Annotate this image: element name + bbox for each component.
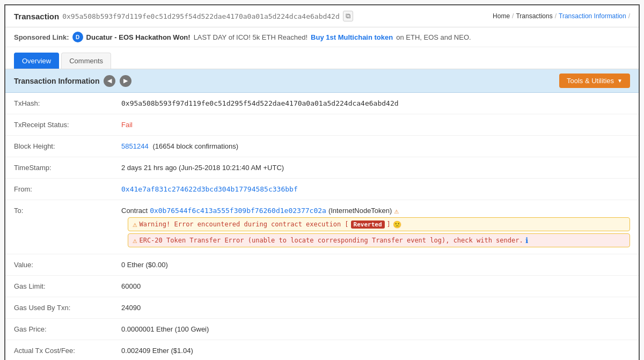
label-txcost: Actual Tx Cost/Fee: — [5, 340, 113, 361]
copy-icon[interactable]: ⧉ — [343, 11, 353, 21]
label-value: Value: — [5, 254, 113, 276]
warn-icon-2: ⚠ — [133, 236, 137, 245]
row-txreceipt: TxReceipt Status: Fail — [5, 114, 639, 136]
value-txcost: 0.002409 Ether ($1.04) — [113, 340, 639, 361]
erc20-error-box: ⚠ ERC-20 Token Transfer Error (unable to… — [128, 233, 630, 247]
contract-label: Contract — [121, 207, 148, 215]
row-from: From: 0x41e7af831c274622d3bcd304b1779458… — [5, 179, 639, 200]
row-gasused: Gas Used By Txn: 24090 — [5, 297, 639, 319]
row-value: Value: 0 Ether ($0.00) — [5, 254, 639, 276]
txhash-value: 0x95a508b593f97d119fe0c51d295f54d522dae4… — [121, 99, 399, 107]
sponsored-bold: Ducatur - EOS Hackathon Won! — [86, 33, 191, 41]
value-gasused: 24090 — [113, 297, 639, 319]
status-fail: Fail — [121, 121, 133, 129]
sponsored-label: Sponsored Link: — [14, 33, 69, 41]
value-gaslimit: 60000 — [113, 276, 639, 297]
main-content: TxHash: 0x95a508b593f97d119fe0c51d295f54… — [5, 93, 639, 360]
transaction-info-table: TxHash: 0x95a508b593f97d119fe0c51d295f54… — [5, 93, 639, 360]
label-timestamp: TimeStamp: — [5, 157, 113, 179]
row-gaslimit: Gas Limit: 60000 — [5, 276, 639, 297]
reverted-badge: Reverted — [351, 221, 385, 229]
info-icon[interactable]: ℹ — [525, 236, 528, 245]
contract-name: (InternetNodeToken) — [328, 207, 392, 215]
sponsored-suffix: on ETH, EOS and NEO. — [396, 33, 471, 41]
warning-indent: ⚠ Warning! Error encountered during cont… — [121, 217, 630, 247]
breadcrumb: Home / Transactions / Transaction Inform… — [493, 12, 630, 20]
value-blockheight: 5851244 (16654 block confirmations) — [113, 136, 639, 157]
sponsored-link[interactable]: Buy 1st Multichain token — [311, 33, 393, 41]
smiley-icon: 🙁 — [393, 221, 401, 229]
row-blockheight: Block Height: 5851244 (16654 block confi… — [5, 136, 639, 157]
transaction-hash: 0x95a508b593f97d119fe0c51d295f54d522dae4… — [62, 12, 340, 20]
value-timestamp: 2 days 21 hrs ago (Jun-25-2018 10:21:40 … — [113, 157, 639, 179]
section-title: Transaction Information — [14, 77, 99, 85]
row-to: To: Contract 0x0b76544f6c413a555f309bf76… — [5, 200, 639, 254]
breadcrumb-sep3: / — [628, 12, 630, 20]
reverted-warning-box: ⚠ Warning! Error encountered during cont… — [128, 217, 630, 231]
row-txhash: TxHash: 0x95a508b593f97d119fe0c51d295f54… — [5, 93, 639, 114]
value-txhash: 0x95a508b593f97d119fe0c51d295f54d522dae4… — [113, 93, 639, 114]
sponsored-text: LAST DAY of ICO! 5k ETH Reached! — [194, 33, 308, 41]
value-gasprice: 0.0000001 Ether (100 Gwei) — [113, 319, 639, 340]
breadcrumb-active: Transaction Information — [559, 12, 626, 20]
row-gasprice: Gas Price: 0.0000001 Ether (100 Gwei) — [5, 319, 639, 340]
tab-overview[interactable]: Overview — [14, 53, 59, 69]
section-title-group: Transaction Information ◀ ▶ — [14, 75, 131, 87]
label-to: To: — [5, 200, 113, 254]
erc20-error-text: ERC-20 Token Transfer Error (unable to l… — [139, 237, 523, 244]
value-to: Contract 0x0b76544f6c413a555f309bf76260d… — [113, 200, 639, 254]
nav-prev-button[interactable]: ◀ — [104, 75, 115, 87]
breadcrumb-home[interactable]: Home — [493, 12, 510, 20]
label-gasused: Gas Used By Txn: — [5, 297, 113, 319]
breadcrumb-transactions[interactable]: Transactions — [516, 12, 552, 20]
row-timestamp: TimeStamp: 2 days 21 hrs ago (Jun-25-201… — [5, 157, 639, 179]
contract-warning-icon: ⚠ — [394, 207, 398, 215]
label-txreceipt: TxReceipt Status: — [5, 114, 113, 136]
label-gasprice: Gas Price: — [5, 319, 113, 340]
contract-address-link[interactable]: 0x0b76544f6c413a555f309bf76260d1e02377c0… — [150, 207, 326, 215]
label-gaslimit: Gas Limit: — [5, 276, 113, 297]
label-txhash: TxHash: — [5, 93, 113, 114]
breadcrumb-sep1: / — [512, 12, 514, 20]
sponsored-bar: Sponsored Link: D Ducatur - EOS Hackatho… — [5, 27, 639, 47]
warning-close: ] — [387, 221, 391, 228]
tabs-bar: Overview Comments — [5, 47, 639, 69]
tab-comments[interactable]: Comments — [61, 53, 111, 69]
header-left: Transaction 0x95a508b593f97d119fe0c51d29… — [14, 11, 353, 21]
tools-utilities-button[interactable]: Tools & Utilities ▼ — [559, 74, 630, 88]
section-header: Transaction Information ◀ ▶ Tools & Util… — [5, 69, 639, 93]
warn-icon-1: ⚠ — [133, 220, 137, 229]
sponsored-logo: D — [72, 32, 83, 42]
value-from: 0x41e7af831c274622d3bcd304b17794585c336b… — [113, 179, 639, 200]
row-txcost: Actual Tx Cost/Fee: 0.002409 Ether ($1.0… — [5, 340, 639, 361]
nav-next-button[interactable]: ▶ — [120, 75, 131, 87]
label-from: From: — [5, 179, 113, 200]
warning-text: Warning! Error encountered during contra… — [139, 221, 348, 228]
tools-label: Tools & Utilities — [567, 77, 614, 85]
value-txreceipt: Fail — [113, 114, 639, 136]
tools-arrow-icon: ▼ — [617, 78, 623, 84]
page-title: Transaction — [14, 12, 59, 21]
block-confirmations: (16654 block confirmations) — [152, 142, 238, 150]
block-height-link[interactable]: 5851244 — [121, 142, 149, 150]
header-bar: Transaction 0x95a508b593f97d119fe0c51d29… — [5, 5, 639, 27]
breadcrumb-sep2: / — [555, 12, 557, 20]
to-contract-line: Contract 0x0b76544f6c413a555f309bf76260d… — [121, 207, 630, 215]
label-blockheight: Block Height: — [5, 136, 113, 157]
from-address-link[interactable]: 0x41e7af831c274622d3bcd304b17794585c336b… — [121, 185, 298, 193]
value-ether: 0 Ether ($0.00) — [113, 254, 639, 276]
